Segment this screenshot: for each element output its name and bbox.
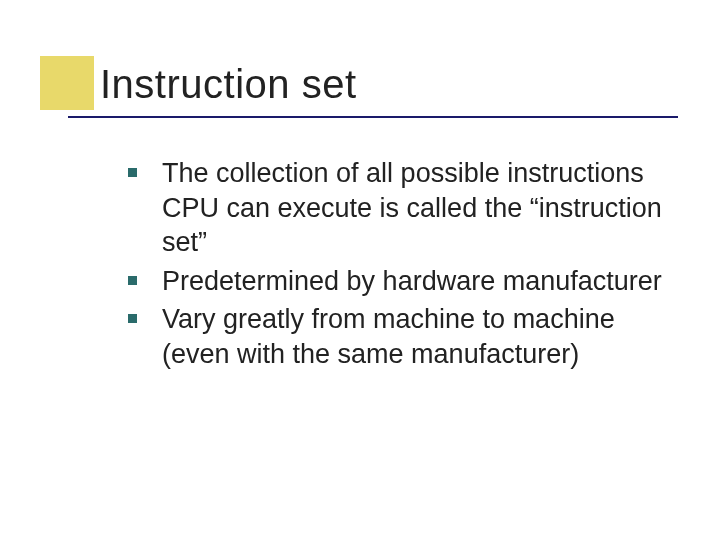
square-bullet-icon [128,276,137,285]
slide-title: Instruction set [100,62,357,107]
bullet-text: The collection of all possible instructi… [162,158,662,257]
square-bullet-icon [128,168,137,177]
square-bullet-icon [128,314,137,323]
slide: Instruction set The collection of all po… [0,0,720,540]
title-underline [68,116,678,118]
bullet-item: The collection of all possible instructi… [128,156,688,260]
bullet-item: Predetermined by hardware manufacturer [128,264,688,299]
bullet-item: Vary greatly from machine to machine (ev… [128,302,688,371]
slide-body: The collection of all possible instructi… [128,156,688,375]
title-accent-block [40,56,94,110]
bullet-text: Vary greatly from machine to machine (ev… [162,304,615,369]
bullet-text: Predetermined by hardware manufacturer [162,266,662,296]
